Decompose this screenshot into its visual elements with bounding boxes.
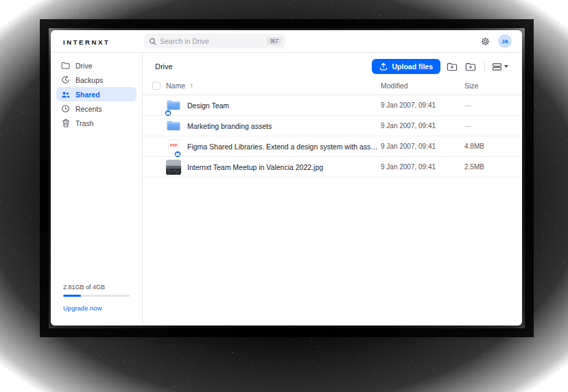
upload-files-button[interactable]: Upload files <box>372 59 440 74</box>
svg-text:PDF: PDF <box>170 143 178 147</box>
file-name: Design Team <box>187 101 229 110</box>
app-window: INTERNXT ⌘F JA <box>51 30 522 326</box>
shared-badge-icon <box>174 148 181 155</box>
upload-icon <box>379 62 388 71</box>
name-cell: PDF Figma Shared Lib <box>166 139 381 154</box>
sidebar-item-label: Backups <box>75 76 103 84</box>
folder-icon <box>61 62 70 69</box>
name-cell: Marketing branding assets <box>166 119 381 134</box>
file-name: Figma Shared Libraries. Extend a design … <box>187 143 381 151</box>
search-shortcut-badge: ⌘F <box>267 37 282 46</box>
search-box[interactable]: ⌘F <box>144 34 285 49</box>
logo-zone: INTERNXT <box>51 35 143 47</box>
search-icon <box>149 38 156 45</box>
sidebar-item-backups[interactable]: Backups <box>56 73 137 87</box>
sort-ascending-icon: ↑ <box>190 82 193 89</box>
name-header-label: Name <box>166 82 185 90</box>
list-view-icon <box>492 62 502 71</box>
storage-section: 2.81GB of 4GB Upgrade now <box>63 284 130 313</box>
file-name: Internxt Team Meetup in Valencia 2022.jp… <box>187 163 323 171</box>
file-size: 2.5MB <box>455 163 508 171</box>
name-cell: Design Team <box>166 98 381 113</box>
search-input[interactable] <box>160 37 267 45</box>
file-row-meetup-jpg[interactable]: Internxt Team Meetup in Valencia 2022.jp… <box>143 157 522 177</box>
column-header-modified[interactable]: Modified <box>381 82 455 90</box>
modified-date: 9 Jan 2007, 09:41 <box>381 122 455 130</box>
upgrade-now-link[interactable]: Upgrade now <box>63 304 102 312</box>
modified-date: 9 Jan 2007, 09:41 <box>381 143 455 150</box>
folder-icon <box>166 119 181 134</box>
toolbar-actions: Upload files <box>372 59 508 74</box>
file-size: — <box>455 101 508 109</box>
column-header-size[interactable]: Size <box>455 82 508 90</box>
table-header: Name ↑ Modified Size <box>143 76 522 95</box>
select-all-checkbox[interactable] <box>152 82 161 90</box>
pdf-file-icon: PDF <box>166 139 181 154</box>
name-cell: Internxt Team Meetup in Valencia 2022.jp… <box>166 160 381 175</box>
file-size: — <box>455 122 508 130</box>
column-header-name[interactable]: Name ↑ <box>166 82 381 90</box>
shared-folder-icon <box>166 98 181 113</box>
file-row-figma-pdf[interactable]: PDF Figma Shared Lib <box>143 136 522 157</box>
user-avatar[interactable]: JA <box>498 34 512 48</box>
main-panel: Drive Upload files <box>143 53 522 326</box>
sidebar-item-label: Drive <box>75 62 93 70</box>
sidebar-item-trash[interactable]: Trash <box>56 116 137 130</box>
internxt-logo: INTERNXT <box>63 38 110 46</box>
modified-date: 9 Jan 2007, 09:41 <box>381 101 455 109</box>
storage-progress-fill <box>63 295 81 297</box>
upload-button-label: Upload files <box>392 62 433 71</box>
shared-badge-icon <box>165 107 171 114</box>
sidebar-item-label: Recents <box>75 105 102 113</box>
window-body: Drive Backups <box>51 53 522 326</box>
sidebar-spacer <box>51 130 142 284</box>
file-row-design-team[interactable]: Design Team 9 Jan 2007, 09:41 — <box>143 95 522 116</box>
folder-plus-icon <box>465 62 476 71</box>
backup-restore-icon <box>61 75 70 84</box>
storage-progress-bar <box>63 295 130 297</box>
file-size: 4.8MB <box>455 143 508 150</box>
view-mode-button[interactable] <box>492 62 508 71</box>
new-folder-button[interactable] <box>445 60 459 73</box>
chevron-down-icon <box>504 65 508 68</box>
main-header: Drive Upload files <box>143 53 522 76</box>
folder-plus-icon <box>447 62 458 71</box>
stage: INTERNXT ⌘F JA <box>0 0 568 392</box>
modified-date: 9 Jan 2007, 09:41 <box>381 163 455 171</box>
shared-people-icon <box>61 90 70 99</box>
toolbar-divider <box>484 62 485 71</box>
sidebar: Drive Backups <box>51 53 143 326</box>
settings-gear-icon[interactable] <box>480 36 490 47</box>
sidebar-item-shared[interactable]: Shared <box>56 87 137 101</box>
file-name: Marketing branding assets <box>187 122 272 130</box>
breadcrumb[interactable]: Drive <box>155 62 173 71</box>
topbar-right: JA <box>285 34 522 48</box>
image-thumbnail <box>166 160 181 175</box>
clock-icon <box>61 104 70 113</box>
sidebar-item-label: Trash <box>75 119 93 127</box>
trash-icon <box>61 119 70 127</box>
upload-folder-button[interactable] <box>464 60 477 73</box>
sidebar-item-recents[interactable]: Recents <box>56 101 137 116</box>
file-row-marketing-assets[interactable]: Marketing branding assets 9 Jan 2007, 09… <box>143 116 522 136</box>
sidebar-item-drive[interactable]: Drive <box>56 58 137 73</box>
storage-usage-label: 2.81GB of 4GB <box>63 284 130 291</box>
topbar: INTERNXT ⌘F JA <box>51 30 522 53</box>
sidebar-item-label: Shared <box>75 90 100 99</box>
